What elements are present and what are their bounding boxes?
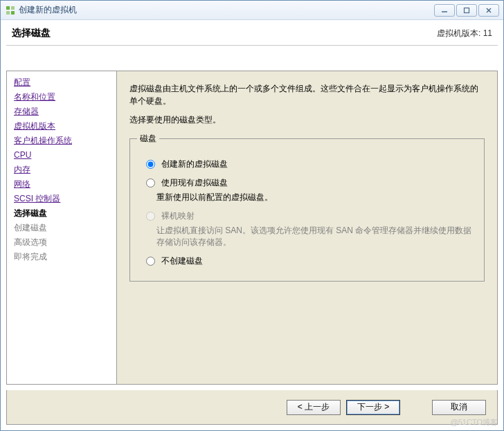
- wizard-header: 选择磁盘 虚拟机版本: 11: [1, 20, 503, 45]
- radio-desc-existing-disk: 重新使用以前配置的虚拟磁盘。: [156, 192, 477, 203]
- radio-desc-raw-mapping: 让虚拟机直接访问 SAN。该选项允许您使用现有 SAN 命令管理存储器并继续使用…: [156, 225, 477, 248]
- sidebar-item-memory[interactable]: 内存: [10, 163, 114, 177]
- radio-label-new-disk: 创建新的虚拟磁盘: [161, 158, 228, 170]
- sidebar-item-storage[interactable]: 存储器: [10, 104, 114, 119]
- wizard-footer: < 上一步 下一步 > 取消: [6, 390, 498, 425]
- radio-no-disk[interactable]: [146, 257, 155, 266]
- sidebar-item-scsi[interactable]: SCSI 控制器: [10, 192, 114, 206]
- titlebar[interactable]: 创建新的虚拟机: [1, 1, 503, 20]
- svg-rect-1: [11, 6, 15, 10]
- sidebar-item-create-disk: 创建磁盘: [10, 221, 114, 235]
- app-icon: [5, 5, 16, 16]
- disk-options-group: 磁盘 创建新的虚拟磁盘 使用现有虚拟磁盘 重新使用以前配置的虚拟磁盘。 裸机映射…: [129, 133, 485, 282]
- vm-version-label: 虚拟机版本: 11: [437, 28, 492, 39]
- svg-rect-0: [6, 6, 10, 10]
- radio-row-raw-mapping: 裸机映射: [143, 210, 477, 222]
- svg-rect-3: [11, 11, 15, 15]
- page-description: 虚拟磁盘由主机文件系统上的一个或多个文件组成。这些文件合在一起显示为客户机操作系…: [129, 82, 485, 107]
- next-button[interactable]: 下一步 >: [346, 400, 400, 415]
- back-button[interactable]: < 上一步: [287, 400, 341, 415]
- svg-rect-2: [6, 11, 10, 15]
- radio-label-raw-mapping: 裸机映射: [161, 210, 195, 222]
- close-button[interactable]: [478, 4, 499, 17]
- wizard-main-panel: 虚拟磁盘由主机文件系统上的一个或多个文件组成。这些文件合在一起显示为客户机操作系…: [117, 71, 498, 385]
- disk-group-legend: 磁盘: [137, 133, 159, 145]
- radio-row-new-disk[interactable]: 创建新的虚拟磁盘: [143, 158, 477, 170]
- radio-existing-disk[interactable]: [146, 178, 155, 187]
- svg-rect-5: [465, 8, 469, 12]
- sidebar-item-cpu[interactable]: CPU: [10, 148, 114, 163]
- radio-row-existing-disk[interactable]: 使用现有虚拟磁盘: [143, 177, 477, 189]
- sidebar-item-name-location[interactable]: 名称和位置: [10, 90, 114, 104]
- page-title: 选择磁盘: [12, 27, 51, 39]
- sidebar-item-select-disk: 选择磁盘: [10, 206, 114, 221]
- radio-raw-mapping: [146, 212, 155, 221]
- sidebar-item-vm-version[interactable]: 虚拟机版本: [10, 119, 114, 134]
- wizard-steps-sidebar: 配置 名称和位置 存储器 虚拟机版本 客户机操作系统 CPU 内存 网络 SCS…: [6, 71, 117, 385]
- page-instruction: 选择要使用的磁盘类型。: [129, 114, 485, 126]
- maximize-button[interactable]: [456, 4, 477, 17]
- sidebar-item-ready: 即将完成: [10, 250, 114, 264]
- window-controls: [434, 4, 499, 17]
- minimize-button[interactable]: [434, 4, 455, 17]
- window-title: 创建新的虚拟机: [19, 4, 77, 16]
- radio-label-no-disk: 不创建磁盘: [161, 255, 203, 267]
- sidebar-item-config[interactable]: 配置: [10, 75, 114, 90]
- radio-row-no-disk[interactable]: 不创建磁盘: [143, 255, 477, 267]
- sidebar-item-advanced: 高级选项: [10, 235, 114, 250]
- cancel-button[interactable]: 取消: [432, 400, 486, 415]
- window-frame: 创建新的虚拟机 选择磁盘 虚拟机版本: 11 配置 名称和位置 存储器 虚拟机版…: [0, 0, 504, 431]
- radio-label-existing-disk: 使用现有虚拟磁盘: [161, 177, 228, 189]
- sidebar-item-network[interactable]: 网络: [10, 177, 114, 192]
- content-area: 配置 名称和位置 存储器 虚拟机版本 客户机操作系统 CPU 内存 网络 SCS…: [1, 46, 503, 390]
- radio-new-disk[interactable]: [146, 160, 155, 169]
- sidebar-item-guest-os[interactable]: 客户机操作系统: [10, 134, 114, 148]
